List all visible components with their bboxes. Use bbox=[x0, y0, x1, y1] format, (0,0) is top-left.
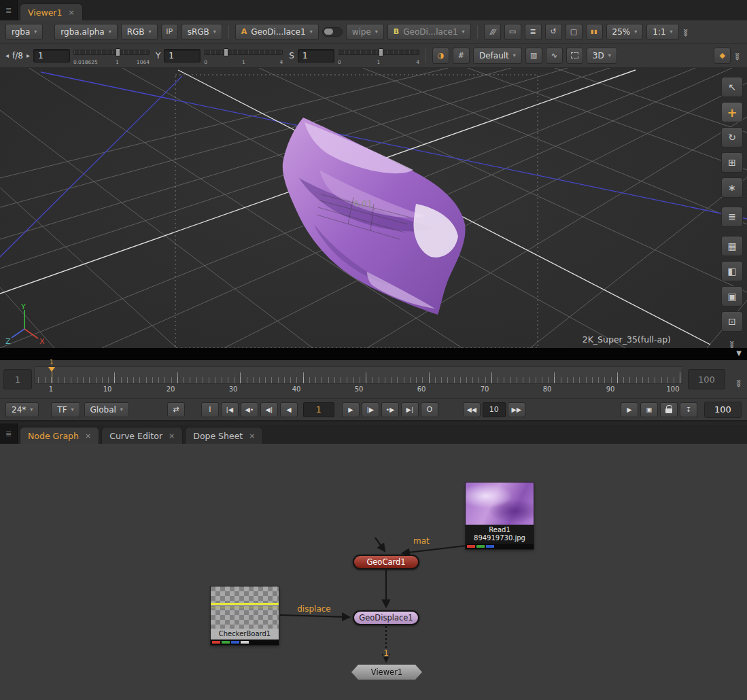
tab-node-graph[interactable]: Node Graph × bbox=[20, 427, 99, 444]
end-frame-box[interactable]: 100 bbox=[704, 402, 742, 418]
layer-select[interactable]: rgba.alpha ▾ bbox=[54, 24, 117, 40]
proxy-select[interactable]: 1:1 ▾ bbox=[646, 24, 678, 40]
view-mode-select[interactable]: 3D ▾ bbox=[587, 48, 617, 64]
displaced-card-geometry[interactable] bbox=[283, 118, 466, 315]
slider-track[interactable] bbox=[73, 50, 150, 55]
colorspace-select[interactable]: sRGB ▾ bbox=[181, 24, 222, 40]
lighting-toggle-button[interactable]: ◑ bbox=[432, 48, 449, 64]
gamma-input[interactable] bbox=[164, 49, 201, 63]
safe-zone-button[interactable]: ▢ bbox=[566, 24, 583, 40]
fps-select[interactable]: 24* ▾ bbox=[5, 402, 39, 417]
timeline-format-select[interactable]: TF ▾ bbox=[51, 402, 80, 417]
prev-keyframe-button[interactable]: ◀• bbox=[241, 402, 258, 417]
slider-track[interactable] bbox=[204, 50, 283, 55]
set-in-button[interactable]: I bbox=[201, 402, 219, 417]
roi-button[interactable]: ⊡ bbox=[721, 311, 743, 332]
node-geodisplace1[interactable]: GeoDisplace1 bbox=[353, 610, 419, 625]
pause-button[interactable]: ▮▮ bbox=[586, 24, 603, 40]
playhead-marker-icon[interactable] bbox=[48, 367, 55, 372]
close-icon[interactable]: × bbox=[169, 432, 175, 440]
display-style-select[interactable]: RGB ▾ bbox=[121, 24, 158, 40]
node-read1[interactable]: Read1 894919730.jpg bbox=[466, 483, 534, 549]
range-start-box[interactable]: 1 bbox=[3, 369, 32, 389]
skip-forward-button[interactable]: ▶▶ bbox=[508, 402, 525, 417]
step-back-button[interactable]: ◀| bbox=[260, 402, 278, 417]
more-controls-chevron-icon[interactable]: »» bbox=[733, 52, 743, 59]
panel-menu-icon[interactable]: ≣ bbox=[0, 0, 18, 20]
scanline-button[interactable]: ≣ bbox=[525, 24, 542, 40]
a-buffer-select[interactable]: A GeoDi...lace1 ▾ bbox=[235, 24, 319, 40]
zoom-select[interactable]: 25% ▾ bbox=[606, 24, 644, 40]
marquee-button[interactable] bbox=[566, 48, 583, 64]
grid-snap-button[interactable]: # bbox=[453, 48, 470, 64]
gain-prev-icon[interactable]: ◂ bbox=[5, 52, 9, 59]
split-view-button[interactable]: ◧ bbox=[721, 261, 743, 281]
wipe-mode-select[interactable]: wipe ▾ bbox=[346, 24, 384, 40]
gain-slider[interactable]: 0.018625 1 1064 bbox=[73, 46, 150, 65]
slider-handle[interactable] bbox=[379, 48, 383, 56]
step-forward-button[interactable]: |▶ bbox=[362, 402, 379, 417]
skip-back-button[interactable]: ◀◀ bbox=[463, 402, 481, 417]
node-checkerboard1[interactable]: CheckerBoard1 bbox=[211, 587, 279, 645]
flipbook-button[interactable]: ▶ bbox=[621, 402, 638, 417]
translate-tool-button[interactable]: + bbox=[721, 102, 743, 122]
node-graph-canvas[interactable]: mat displace 1 Read1 894919730.jpg GeoCa… bbox=[0, 444, 747, 700]
playhead[interactable]: 1 bbox=[52, 367, 52, 383]
tab-viewer1[interactable]: Viewer1 × bbox=[20, 3, 83, 20]
saturation-slider[interactable]: 0 1 4 bbox=[338, 46, 419, 65]
node-viewer1[interactable]: Viewer1 bbox=[351, 665, 422, 680]
timeline-ruler[interactable]: 1 1 10 20 30 40 50 60 70 80 90 100 bbox=[34, 366, 683, 395]
rotate-tool-button[interactable]: ↻ bbox=[721, 127, 743, 147]
frame-display-button[interactable]: ▣ bbox=[721, 286, 743, 307]
go-start-button[interactable]: |◀ bbox=[221, 402, 239, 417]
export-button[interactable]: ↧ bbox=[680, 402, 697, 417]
refresh-button[interactable]: ↺ bbox=[545, 24, 562, 40]
input-process-button[interactable]: IP bbox=[161, 24, 178, 40]
viewer-3d-viewport[interactable]: 0.01 Y X Z 2K_Super_35(full-ap) ↖ + ↻ ⊞ … bbox=[0, 68, 747, 348]
set-out-button[interactable]: O bbox=[421, 402, 438, 417]
waveform-button[interactable]: ∿ bbox=[546, 48, 563, 64]
go-end-button[interactable]: ▶| bbox=[401, 402, 419, 417]
axis-tool-button[interactable]: ∗ bbox=[721, 177, 743, 198]
ab-blend-toggle[interactable] bbox=[322, 27, 343, 37]
gain-next-icon[interactable]: ▸ bbox=[27, 52, 30, 59]
node-geocard1[interactable]: GeoCard1 bbox=[353, 555, 419, 570]
slider-handle[interactable] bbox=[116, 48, 120, 56]
range-end-box[interactable]: 100 bbox=[688, 369, 725, 389]
gamma-slider[interactable]: 0 1 4 bbox=[204, 46, 283, 65]
display-mode-button[interactable]: ▣ bbox=[640, 402, 658, 417]
gain-input[interactable] bbox=[33, 49, 70, 63]
stereo-modes-button[interactable]: ▥ bbox=[525, 48, 542, 64]
play-backward-button[interactable]: ◀ bbox=[280, 402, 298, 417]
close-icon[interactable]: × bbox=[68, 8, 74, 17]
panel-menu-icon[interactable]: ≣ bbox=[0, 423, 18, 444]
lut-select[interactable]: Default ▾ bbox=[473, 48, 522, 64]
close-icon[interactable]: × bbox=[249, 432, 255, 440]
more-controls-chevron-icon[interactable]: »» bbox=[681, 28, 691, 35]
play-forward-button[interactable]: ▶ bbox=[342, 402, 360, 417]
loop-mode-button[interactable]: ⇄ bbox=[167, 402, 185, 417]
next-keyframe-button[interactable]: •▶ bbox=[381, 402, 399, 417]
frame-increment-box[interactable]: 10 bbox=[483, 402, 506, 417]
lock-range-button[interactable] bbox=[660, 402, 678, 417]
tab-curve-editor[interactable]: Curve Editor × bbox=[101, 427, 183, 444]
hatch-overlay-button[interactable]: /// bbox=[484, 24, 501, 40]
select-tool-button[interactable]: ↖ bbox=[721, 77, 743, 97]
grid-display-button[interactable]: ▦ bbox=[721, 236, 743, 256]
viewport-chevron-icon[interactable]: »» bbox=[727, 340, 737, 348]
frame-range-select[interactable]: Global ▾ bbox=[84, 402, 129, 417]
ruler-track[interactable]: 1 bbox=[34, 366, 683, 384]
strip-handle-icon[interactable]: ▼ bbox=[736, 349, 742, 357]
current-frame-input[interactable] bbox=[303, 402, 334, 417]
tab-dope-sheet[interactable]: Dope Sheet × bbox=[185, 427, 263, 444]
monitor-out-button[interactable]: ▭ bbox=[504, 24, 521, 40]
scale-tool-button[interactable]: ⊞ bbox=[721, 152, 743, 173]
timeline-chevron-icon[interactable]: »» bbox=[735, 379, 744, 387]
saturation-input[interactable] bbox=[298, 49, 334, 63]
b-buffer-select[interactable]: B GeoDi...lace1 ▾ bbox=[387, 24, 471, 40]
close-icon[interactable]: × bbox=[85, 432, 91, 440]
handles-size-button[interactable]: ≣ bbox=[721, 207, 743, 227]
viewer-handles-button[interactable]: ◆ bbox=[714, 48, 731, 64]
channels-select[interactable]: rgba ▾ bbox=[5, 24, 43, 40]
slider-handle[interactable] bbox=[224, 48, 228, 56]
